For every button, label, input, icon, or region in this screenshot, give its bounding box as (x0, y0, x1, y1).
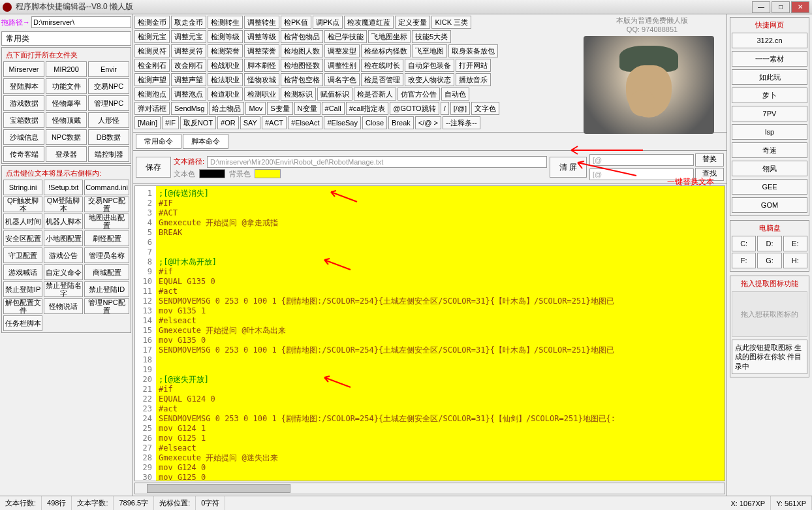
cmd-btn[interactable]: 检测等级 (208, 30, 243, 43)
cmd-btn[interactable]: 调整转生 (244, 16, 279, 29)
keyfile-btn[interactable]: 管理员名称 (84, 247, 129, 263)
keyfile-btn[interactable]: Command.ini (84, 180, 129, 195)
cmd-btn[interactable]: 检战职业 (208, 59, 243, 72)
cmd-btn[interactable]: 自动穿包装备 (405, 59, 454, 72)
cmd-btn[interactable]: 检地图怪数 (281, 59, 323, 72)
folder-btn[interactable]: NPC数据 (46, 129, 87, 145)
folder-btn[interactable]: 人形怪 (88, 112, 129, 128)
keyfile-btn[interactable]: 怪物说话 (44, 298, 83, 314)
cmd-btn[interactable]: 调整性别 (324, 59, 360, 72)
cmd-btn[interactable]: 调整泡点 (171, 88, 206, 101)
web-link-btn[interactable]: lsp (732, 124, 807, 140)
cmd-btn[interactable]: 检测声望 (134, 73, 170, 86)
cmd-btn[interactable]: 播放音乐 (456, 73, 491, 86)
horizontal-scrollbar[interactable] (134, 483, 725, 494)
cmd-btn[interactable]: [Main] (134, 116, 161, 129)
cmd-btn[interactable]: 检测标识 (281, 88, 316, 101)
cmd-btn[interactable]: 调整声望 (171, 73, 206, 86)
keyfile-btn[interactable]: 禁止登陆ID (84, 281, 129, 297)
cmd-btn[interactable]: 检攻魔道红蓝 (344, 16, 394, 29)
cmd-btn[interactable]: Mov (245, 102, 266, 115)
keyfile-btn[interactable]: !Setup.txt (44, 180, 83, 195)
cmd-btn[interactable]: 检测金币 (134, 16, 170, 29)
web-link-btn[interactable]: 一一素材 (732, 51, 807, 67)
keyfile-btn[interactable]: 交易NPC配置 (84, 197, 129, 212)
cmd-btn[interactable]: 调名字色 (324, 73, 360, 86)
cmd-btn[interactable]: 改金刚石 (171, 59, 206, 72)
drive-btn[interactable]: H: (783, 253, 807, 268)
cmd-btn[interactable]: 仿官方公告 (398, 88, 440, 101)
keyfile-btn[interactable]: 小地图配置 (44, 231, 83, 246)
save-button[interactable]: 保存 (136, 157, 171, 178)
drive-btn[interactable]: F: (732, 253, 756, 268)
cmd-btn[interactable]: 调整灵符 (171, 44, 206, 57)
keyfile-btn[interactable]: QF触发脚本 (3, 197, 42, 212)
keyfile-btn[interactable]: 管理NPC配置 (84, 298, 129, 314)
replace-input[interactable] (589, 154, 694, 166)
cmd-btn[interactable]: 检坐标内怪数 (361, 44, 411, 57)
cmd-btn[interactable]: 检背包空格 (281, 73, 323, 86)
cmd-btn[interactable]: 检道职业 (208, 88, 243, 101)
keyfile-btn[interactable]: 守卫配置 (3, 247, 42, 263)
folder-btn[interactable]: Mirserver (3, 61, 44, 77)
cmd-btn[interactable]: 调整发型 (324, 44, 360, 57)
cmd-btn[interactable]: @GOTO跳转 (390, 102, 439, 115)
web-link-btn[interactable]: 翎风 (732, 161, 807, 176)
keyfile-btn[interactable]: QM登陆脚本 (44, 197, 83, 212)
folder-btn[interactable]: 怪物顶戴 (46, 112, 87, 128)
minimize-button[interactable]: — (752, 1, 770, 13)
tab-script-cmd[interactable]: 脚本命令 (183, 134, 228, 149)
cmd-btn[interactable]: 脚本刷怪 (244, 59, 279, 72)
folder-btn[interactable]: MIR200 (46, 61, 87, 77)
cmd-btn[interactable]: 检测泡点 (134, 88, 170, 101)
cmd-btn[interactable]: 给土物品 (209, 102, 244, 115)
cmd-btn[interactable]: 赋值标识 (317, 88, 352, 101)
web-link-btn[interactable]: GOM (732, 197, 807, 213)
cmd-btn[interactable]: #ElseAct (288, 116, 322, 129)
left-tab[interactable]: 常用类 (1, 31, 131, 46)
cmd-btn[interactable]: 技能5大类 (412, 30, 451, 43)
keyfile-btn[interactable]: 任务栏脚本 (3, 315, 42, 331)
cmd-btn[interactable]: N变量 (294, 102, 320, 115)
folder-btn[interactable]: 登陆脚本 (3, 78, 44, 94)
cmd-btn[interactable]: 检金刚石 (134, 59, 170, 72)
cmd-btn[interactable]: 文字色 (471, 102, 499, 115)
web-link-btn[interactable]: GEE (732, 179, 807, 195)
close-button[interactable]: ✕ (791, 1, 809, 13)
cmd-btn[interactable]: 检测荣誉 (208, 44, 243, 57)
cmd-btn[interactable]: 飞地图坐标 (368, 30, 411, 43)
maximize-button[interactable]: □ (772, 1, 790, 13)
web-link-btn[interactable]: 7PV (732, 106, 807, 121)
drive-btn[interactable]: C: (732, 236, 756, 251)
replace-button[interactable]: 替换 (695, 153, 724, 167)
cmd-btn[interactable]: 检测灵符 (134, 44, 170, 57)
clear-button[interactable]: 清 屏 (550, 157, 587, 178)
cmd-btn[interactable]: --注释条-- (443, 116, 480, 129)
folder-btn[interactable]: 管理NPC (88, 95, 129, 111)
keyfile-btn[interactable]: 游戏喊话 (3, 264, 42, 280)
cmd-btn[interactable]: 取身装备放包 (448, 44, 498, 57)
folder-btn[interactable]: 功能文件 (46, 78, 87, 94)
keyfile-btn[interactable]: 刷怪配置 (84, 231, 129, 246)
cmd-btn[interactable]: #ElseSay (324, 116, 360, 129)
cmd-btn[interactable]: #ACT (262, 116, 287, 129)
cmd-btn[interactable]: 检地图人数 (281, 44, 323, 57)
folder-btn[interactable]: 宝箱数据 (3, 112, 44, 128)
cmd-btn[interactable]: 检测转生 (208, 16, 243, 29)
text-color-swatch[interactable] (199, 169, 225, 178)
cmd-btn[interactable]: 打开网站 (456, 59, 491, 72)
cmd-btn[interactable]: [/@] (450, 102, 470, 115)
cmd-btn[interactable]: 飞至地图 (412, 44, 447, 57)
cmd-btn[interactable]: 检PK值 (281, 16, 311, 29)
bg-color-swatch[interactable] (255, 169, 281, 178)
cmd-btn[interactable]: 调PK点 (313, 16, 343, 29)
cmd-btn[interactable]: 怪物攻城 (244, 73, 279, 86)
path-select[interactable] (31, 16, 131, 28)
cmd-btn[interactable]: 自动色 (441, 88, 469, 101)
cmd-btn[interactable]: 弹对话框 (134, 102, 170, 115)
extract-icon-button[interactable]: 点此按钮提取图标 生成的图标在你软 件目录中 (732, 340, 807, 374)
cmd-btn[interactable]: 检是否新人 (354, 88, 396, 101)
cmd-btn[interactable]: / (441, 102, 449, 115)
web-link-btn[interactable]: 3122.cn (732, 33, 807, 48)
folder-btn[interactable]: 怪物爆率 (46, 95, 87, 111)
